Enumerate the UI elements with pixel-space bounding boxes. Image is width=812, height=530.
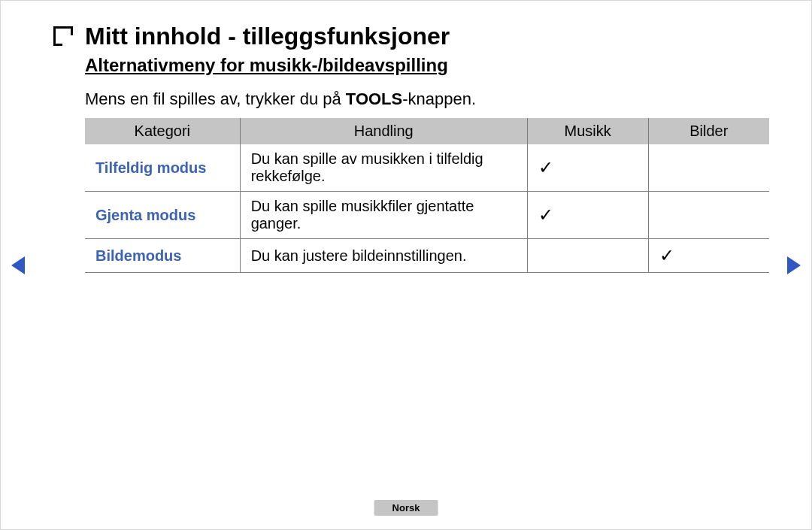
header-pictures: Bilder bbox=[648, 118, 769, 144]
intro-suffix: -knappen. bbox=[402, 89, 476, 108]
section-bullet-icon bbox=[53, 26, 73, 46]
row-music-check: ✓ bbox=[527, 192, 648, 239]
page-content: Mitt innhold - tilleggsfunksjoner Altern… bbox=[1, 1, 811, 273]
options-table: Kategori Handling Musikk Bilder Tilfeldi… bbox=[85, 118, 769, 273]
language-badge: Norsk bbox=[374, 500, 438, 516]
row-pictures-check bbox=[648, 192, 769, 239]
row-action: Du kan spille av musikken i tilfeldig re… bbox=[240, 144, 527, 192]
row-category: Gjenta modus bbox=[85, 192, 240, 239]
intro-text: Mens en fil spilles av, trykker du på TO… bbox=[85, 88, 759, 111]
title-row: Mitt innhold - tilleggsfunksjoner bbox=[53, 22, 759, 50]
row-pictures-check bbox=[648, 144, 769, 192]
row-pictures-check: ✓ bbox=[648, 239, 769, 273]
header-action: Handling bbox=[240, 118, 527, 144]
table-row: Gjenta modus Du kan spille musikkfiler g… bbox=[85, 192, 769, 239]
page-title: Mitt innhold - tilleggsfunksjoner bbox=[85, 22, 450, 50]
row-category: Tilfeldig modus bbox=[85, 144, 240, 192]
header-music: Musikk bbox=[527, 118, 648, 144]
header-category: Kategori bbox=[85, 118, 240, 144]
nav-prev-icon[interactable] bbox=[11, 256, 25, 274]
intro-prefix: Mens en fil spilles av, trykker du på bbox=[85, 89, 346, 108]
table-row: Bildemodus Du kan justere bildeinnstilli… bbox=[85, 239, 769, 273]
intro-bold: TOOLS bbox=[346, 89, 402, 108]
page-subtitle: Alternativmeny for musikk-/bildeavspilli… bbox=[85, 55, 759, 76]
table-row: Tilfeldig modus Du kan spille av musikke… bbox=[85, 144, 769, 192]
table-header-row: Kategori Handling Musikk Bilder bbox=[85, 118, 769, 144]
row-music-check: ✓ bbox=[527, 144, 648, 192]
row-category: Bildemodus bbox=[85, 239, 240, 273]
row-action: Du kan justere bildeinnstillingen. bbox=[240, 239, 527, 273]
row-music-check bbox=[527, 239, 648, 273]
row-action: Du kan spille musikkfiler gjentatte gang… bbox=[240, 192, 527, 239]
nav-next-icon[interactable] bbox=[787, 256, 801, 274]
